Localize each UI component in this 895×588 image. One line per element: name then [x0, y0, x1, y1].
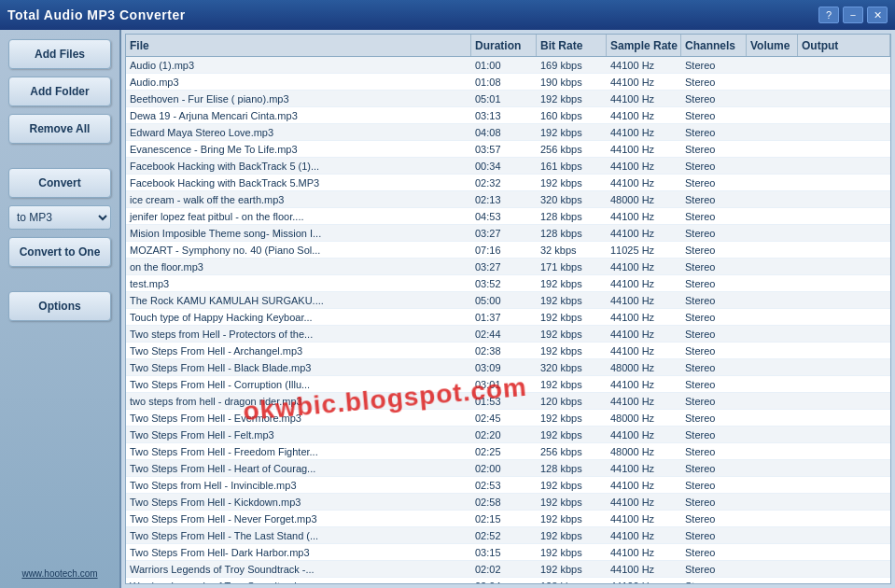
- table-row[interactable]: on the floor.mp303:27171 kbps44100 HzSte…: [126, 259, 890, 275]
- file-list-panel: File Duration Bit Rate Sample Rate Chann…: [125, 34, 891, 584]
- table-row[interactable]: jenifer lopez feat pitbul - on the floor…: [126, 208, 890, 225]
- convert-button[interactable]: Convert: [8, 168, 111, 198]
- table-row[interactable]: Warriors Legends of Troy Soundtrack -...…: [126, 561, 890, 578]
- table-row[interactable]: Two Steps From Hell - Heart of Courag...…: [126, 460, 890, 477]
- table-row[interactable]: test.mp303:52192 kbps44100 HzStereo: [126, 275, 890, 292]
- table-row[interactable]: Two Steps From Hell - Freedom Fighter...…: [126, 443, 890, 460]
- app-title: Total Audio MP3 Converter: [7, 7, 186, 22]
- table-row[interactable]: Evanescence - Bring Me To Life.mp303:572…: [126, 141, 890, 158]
- table-row[interactable]: Two Steps From Hell - Corruption (Illu..…: [126, 376, 890, 393]
- add-folder-button[interactable]: Add Folder: [8, 77, 111, 106]
- table-row[interactable]: ice cream - walk off the earth.mp302:133…: [126, 191, 890, 208]
- col-header-bitrate: Bit Rate: [537, 35, 607, 56]
- col-header-channels: Channels: [681, 35, 747, 56]
- file-table-body[interactable]: Audio (1).mp301:00169 kbps44100 HzStereo…: [126, 57, 890, 583]
- format-select[interactable]: to MP3to WAVto OGGto FLACto WMAto AAC: [8, 205, 111, 230]
- table-row[interactable]: Two Steps From Hell - Kickdown.mp302:581…: [126, 494, 890, 511]
- window-controls: ? − ✕: [818, 7, 888, 23]
- options-button[interactable]: Options: [8, 291, 111, 321]
- table-row[interactable]: Edward Maya Stereo Love.mp304:08192 kbps…: [126, 124, 890, 141]
- content-wrapper: File Duration Bit Rate Sample Rate Chann…: [121, 30, 895, 588]
- col-header-output: Output: [798, 35, 890, 56]
- col-header-volume: Volume: [747, 35, 798, 56]
- minimize-button[interactable]: −: [843, 7, 863, 23]
- table-row[interactable]: Touch type of Happy Hacking Keyboar...01…: [126, 309, 890, 326]
- table-row[interactable]: Dewa 19 - Arjuna Mencari Cinta.mp303:131…: [126, 107, 890, 124]
- table-row[interactable]: two steps from hell - dragon rider.mp301…: [126, 393, 890, 410]
- table-row[interactable]: Two Steps From Hell - The Last Stand (..…: [126, 527, 890, 544]
- table-row[interactable]: Two Steps From Hell- Dark Harbor.mp303:1…: [126, 544, 890, 561]
- table-row[interactable]: Facebook Hacking with BackTrack 5 (1)...…: [126, 158, 890, 175]
- sidebar: Add Files Add Folder Remove All Convert …: [0, 30, 121, 588]
- table-row[interactable]: Facebook Hacking with BackTrack 5.MP302:…: [126, 175, 890, 191]
- table-row[interactable]: Audio (1).mp301:00169 kbps44100 HzStereo: [126, 57, 890, 74]
- table-row[interactable]: Mision Imposible Theme song- Mission I..…: [126, 225, 890, 242]
- table-header: File Duration Bit Rate Sample Rate Chann…: [126, 35, 890, 57]
- main-window: Add Files Add Folder Remove All Convert …: [0, 30, 895, 588]
- table-row[interactable]: Two Steps From Hell - Archangel.mp302:38…: [126, 343, 890, 359]
- table-row[interactable]: Two Steps From Hell - Never Forget.mp302…: [126, 511, 890, 527]
- col-header-samplerate: Sample Rate: [607, 35, 681, 56]
- footer-link[interactable]: www.hootech.com: [21, 568, 97, 579]
- table-row[interactable]: Two steps from Hell - Protectors of the.…: [126, 326, 890, 343]
- help-button[interactable]: ?: [818, 7, 839, 23]
- table-row[interactable]: The Rock KAMU KAMULAH SURGAKU....05:0019…: [126, 292, 890, 309]
- add-files-button[interactable]: Add Files: [8, 39, 111, 69]
- convert-to-one-button[interactable]: Convert to One: [8, 237, 111, 267]
- table-row[interactable]: Two Steps From Hell - Felt.mp302:20192 k…: [126, 427, 890, 443]
- table-row[interactable]: Audio.mp301:08190 kbps44100 HzStereo: [126, 74, 890, 91]
- table-row[interactable]: Warriors Legends of Troy Soundtrack -...…: [126, 578, 890, 583]
- table-row[interactable]: Beethoven - Fur Elise ( piano).mp305:011…: [126, 91, 890, 107]
- close-button[interactable]: ✕: [867, 7, 888, 23]
- table-row[interactable]: MOZART - Symphony no. 40 (Piano Sol...07…: [126, 242, 890, 259]
- col-header-duration: Duration: [471, 35, 537, 56]
- remove-all-button[interactable]: Remove All: [8, 114, 111, 144]
- title-bar: Total Audio MP3 Converter ? − ✕: [0, 0, 895, 30]
- table-row[interactable]: Two Steps From Hell - Black Blade.mp303:…: [126, 359, 890, 376]
- table-row[interactable]: Two Steps From Hell - Evermore.mp302:451…: [126, 410, 890, 427]
- table-row[interactable]: Two Steps from Hell - Invincible.mp302:5…: [126, 477, 890, 494]
- col-header-file: File: [126, 35, 471, 56]
